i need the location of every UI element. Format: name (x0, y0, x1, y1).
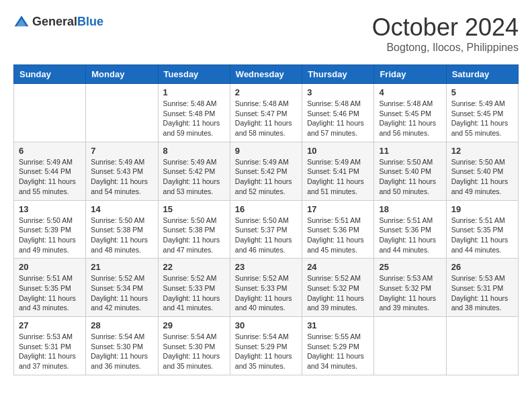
day-info: Sunrise: 5:50 AM Sunset: 5:38 PM Dayligh… (163, 216, 225, 255)
day-number: 22 (163, 262, 225, 272)
day-info: Sunrise: 5:49 AM Sunset: 5:42 PM Dayligh… (163, 157, 225, 197)
day-number: 19 (451, 204, 513, 214)
day-info: Sunrise: 5:50 AM Sunset: 5:40 PM Dayligh… (379, 157, 441, 197)
day-number: 21 (91, 262, 152, 272)
calendar-cell: 1Sunrise: 5:48 AM Sunset: 5:48 PM Daylig… (158, 84, 230, 142)
calendar-cell: 20Sunrise: 5:51 AM Sunset: 5:35 PM Dayli… (14, 259, 86, 317)
day-number: 29 (163, 320, 225, 330)
day-number: 31 (307, 320, 369, 330)
calendar-cell: 2Sunrise: 5:48 AM Sunset: 5:47 PM Daylig… (230, 84, 302, 142)
day-number: 24 (307, 262, 369, 272)
calendar-cell: 30Sunrise: 5:54 AM Sunset: 5:29 PM Dayli… (230, 317, 302, 375)
day-info: Sunrise: 5:50 AM Sunset: 5:38 PM Dayligh… (91, 216, 152, 255)
calendar-cell: 29Sunrise: 5:54 AM Sunset: 5:30 PM Dayli… (158, 317, 230, 375)
day-info: Sunrise: 5:54 AM Sunset: 5:29 PM Dayligh… (235, 332, 297, 371)
logo-icon (13, 13, 30, 30)
day-info: Sunrise: 5:50 AM Sunset: 5:39 PM Dayligh… (19, 216, 81, 255)
calendar-cell: 14Sunrise: 5:50 AM Sunset: 5:38 PM Dayli… (86, 200, 158, 259)
day-info: Sunrise: 5:52 AM Sunset: 5:32 PM Dayligh… (307, 273, 369, 313)
day-info: Sunrise: 5:54 AM Sunset: 5:30 PM Dayligh… (163, 332, 225, 371)
day-info: Sunrise: 5:51 AM Sunset: 5:36 PM Dayligh… (379, 216, 441, 255)
location-title: Bogtong, Ilocos, Philippines (372, 42, 519, 54)
day-number: 27 (19, 320, 81, 330)
calendar-week-5: 27Sunrise: 5:53 AM Sunset: 5:31 PM Dayli… (14, 317, 519, 375)
day-info: Sunrise: 5:48 AM Sunset: 5:45 PM Dayligh… (379, 99, 441, 138)
day-info: Sunrise: 5:49 AM Sunset: 5:45 PM Dayligh… (451, 99, 513, 138)
day-number: 7 (91, 146, 152, 156)
day-number: 3 (307, 87, 369, 97)
day-number: 11 (379, 146, 441, 156)
col-saturday: Saturday (446, 65, 518, 84)
col-friday: Friday (374, 65, 446, 84)
day-info: Sunrise: 5:52 AM Sunset: 5:33 PM Dayligh… (163, 273, 225, 313)
calendar-week-3: 13Sunrise: 5:50 AM Sunset: 5:39 PM Dayli… (14, 200, 519, 259)
day-info: Sunrise: 5:51 AM Sunset: 5:35 PM Dayligh… (19, 273, 81, 313)
calendar-cell: 31Sunrise: 5:55 AM Sunset: 5:29 PM Dayli… (302, 317, 374, 375)
day-info: Sunrise: 5:54 AM Sunset: 5:30 PM Dayligh… (91, 332, 152, 371)
month-title: October 2024 (372, 13, 519, 42)
day-number: 13 (19, 204, 81, 214)
day-info: Sunrise: 5:53 AM Sunset: 5:32 PM Dayligh… (379, 273, 441, 313)
calendar-cell: 7Sunrise: 5:49 AM Sunset: 5:43 PM Daylig… (86, 142, 158, 200)
calendar-cell: 15Sunrise: 5:50 AM Sunset: 5:38 PM Dayli… (158, 200, 230, 259)
day-number: 28 (91, 320, 152, 330)
calendar-cell: 4Sunrise: 5:48 AM Sunset: 5:45 PM Daylig… (374, 84, 446, 142)
calendar-cell: 5Sunrise: 5:49 AM Sunset: 5:45 PM Daylig… (446, 84, 518, 142)
day-info: Sunrise: 5:49 AM Sunset: 5:44 PM Dayligh… (19, 157, 81, 197)
day-number: 8 (163, 146, 225, 156)
day-number: 15 (163, 204, 225, 214)
day-info: Sunrise: 5:48 AM Sunset: 5:47 PM Dayligh… (235, 99, 297, 138)
calendar-cell: 9Sunrise: 5:49 AM Sunset: 5:42 PM Daylig… (230, 142, 302, 200)
calendar-cell (14, 84, 86, 142)
day-number: 20 (19, 262, 81, 272)
day-info: Sunrise: 5:50 AM Sunset: 5:40 PM Dayligh… (451, 157, 513, 197)
calendar-cell: 22Sunrise: 5:52 AM Sunset: 5:33 PM Dayli… (158, 259, 230, 317)
day-info: Sunrise: 5:48 AM Sunset: 5:48 PM Dayligh… (163, 99, 225, 138)
calendar-week-4: 20Sunrise: 5:51 AM Sunset: 5:35 PM Dayli… (14, 259, 519, 317)
day-number: 5 (451, 87, 513, 97)
day-number: 14 (91, 204, 152, 214)
day-number: 2 (235, 87, 297, 97)
calendar-cell: 18Sunrise: 5:51 AM Sunset: 5:36 PM Dayli… (374, 200, 446, 259)
logo-general: General (32, 15, 77, 28)
calendar-cell: 27Sunrise: 5:53 AM Sunset: 5:31 PM Dayli… (14, 317, 86, 375)
col-sunday: Sunday (14, 65, 86, 84)
day-number: 9 (235, 146, 297, 156)
day-number: 10 (307, 146, 369, 156)
page-header: GeneralBlue October 2024 Bogtong, Ilocos… (13, 13, 519, 54)
calendar-cell: 23Sunrise: 5:52 AM Sunset: 5:33 PM Dayli… (230, 259, 302, 317)
calendar-week-2: 6Sunrise: 5:49 AM Sunset: 5:44 PM Daylig… (14, 142, 519, 200)
day-info: Sunrise: 5:52 AM Sunset: 5:33 PM Dayligh… (235, 273, 297, 313)
day-number: 17 (307, 204, 369, 214)
day-number: 12 (451, 146, 513, 156)
day-info: Sunrise: 5:51 AM Sunset: 5:35 PM Dayligh… (451, 216, 513, 255)
calendar-cell: 26Sunrise: 5:53 AM Sunset: 5:31 PM Dayli… (446, 259, 518, 317)
logo: GeneralBlue (13, 13, 103, 30)
calendar-cell: 21Sunrise: 5:52 AM Sunset: 5:34 PM Dayli… (86, 259, 158, 317)
day-info: Sunrise: 5:53 AM Sunset: 5:31 PM Dayligh… (451, 273, 513, 313)
day-info: Sunrise: 5:48 AM Sunset: 5:46 PM Dayligh… (307, 99, 369, 138)
day-number: 1 (163, 87, 225, 97)
day-info: Sunrise: 5:49 AM Sunset: 5:43 PM Dayligh… (91, 157, 152, 197)
calendar-cell: 13Sunrise: 5:50 AM Sunset: 5:39 PM Dayli… (14, 200, 86, 259)
day-number: 16 (235, 204, 297, 214)
calendar-cell: 16Sunrise: 5:50 AM Sunset: 5:37 PM Dayli… (230, 200, 302, 259)
day-info: Sunrise: 5:49 AM Sunset: 5:42 PM Dayligh… (235, 157, 297, 197)
calendar-cell: 3Sunrise: 5:48 AM Sunset: 5:46 PM Daylig… (302, 84, 374, 142)
title-section: October 2024 Bogtong, Ilocos, Philippine… (372, 13, 519, 54)
calendar-cell: 12Sunrise: 5:50 AM Sunset: 5:40 PM Dayli… (446, 142, 518, 200)
day-info: Sunrise: 5:50 AM Sunset: 5:37 PM Dayligh… (235, 216, 297, 255)
col-tuesday: Tuesday (158, 65, 230, 84)
col-monday: Monday (86, 65, 158, 84)
day-number: 23 (235, 262, 297, 272)
day-number: 30 (235, 320, 297, 330)
day-info: Sunrise: 5:53 AM Sunset: 5:31 PM Dayligh… (19, 332, 81, 371)
calendar-cell (374, 317, 446, 375)
calendar-cell: 28Sunrise: 5:54 AM Sunset: 5:30 PM Dayli… (86, 317, 158, 375)
calendar-cell: 8Sunrise: 5:49 AM Sunset: 5:42 PM Daylig… (158, 142, 230, 200)
day-number: 26 (451, 262, 513, 272)
calendar-cell (446, 317, 518, 375)
calendar-cell: 10Sunrise: 5:49 AM Sunset: 5:41 PM Dayli… (302, 142, 374, 200)
calendar-cell: 17Sunrise: 5:51 AM Sunset: 5:36 PM Dayli… (302, 200, 374, 259)
col-wednesday: Wednesday (230, 65, 302, 84)
